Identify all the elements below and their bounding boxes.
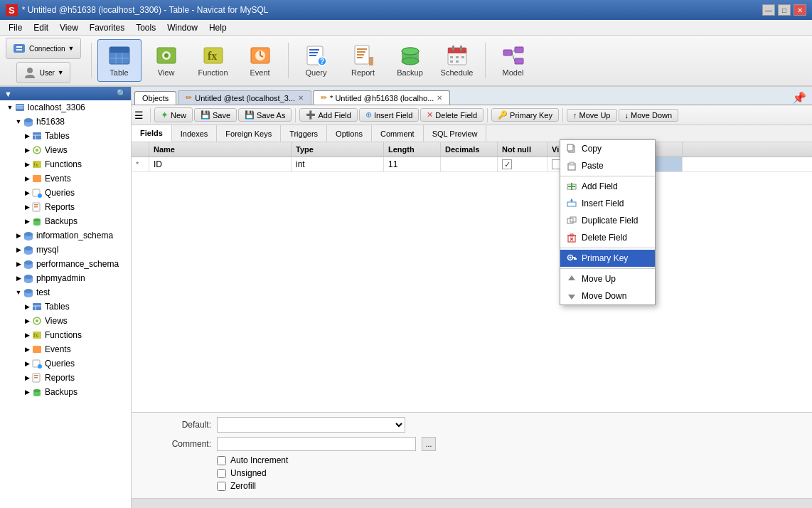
comment-input[interactable]	[217, 437, 416, 451]
row-name-cell[interactable]: ID	[149, 157, 292, 171]
ctx-delete-field[interactable]: Delete Field	[560, 229, 655, 246]
tab-untitled-test[interactable]: ✏ Untitled @test (localhost_3... ✕	[178, 90, 311, 105]
sidebar-search-icon[interactable]: 🔍	[117, 89, 127, 98]
delete-field-button[interactable]: ✕ Delete Field	[420, 108, 484, 122]
minimize-button[interactable]: —	[762, 4, 775, 16]
toolbar-report-button[interactable]: Report	[341, 39, 385, 82]
ctx-copy[interactable]: Copy	[560, 140, 655, 157]
sidebar-item-test-backups[interactable]: ▶ Backups	[0, 385, 131, 399]
sidebar-item-h51638-tables[interactable]: ▶ Tables	[0, 129, 131, 143]
sidebar-item-h51638-backups[interactable]: ▶ Backups	[0, 214, 131, 228]
row-notnull-cell[interactable]	[498, 157, 547, 171]
ctx-copy-label: Copy	[582, 144, 602, 154]
ctx-primary-key[interactable]: Primary Key	[560, 250, 655, 267]
menu-edit[interactable]: Edit	[28, 21, 54, 34]
sidebar-item-performance-schema[interactable]: ▶ performance_schema	[0, 257, 131, 271]
new-button[interactable]: ✦ New	[154, 107, 193, 122]
toolbar-table-button[interactable]: Table	[97, 39, 141, 82]
move-down-button[interactable]: ↓ Move Down	[619, 109, 679, 122]
unsigned-checkbox[interactable]	[217, 469, 226, 478]
hamburger-icon[interactable]: ☰	[134, 110, 144, 121]
sidebar-item-test-reports[interactable]: ▶ Reports	[0, 371, 131, 385]
save-as-button[interactable]: 💾 Save As	[238, 108, 292, 122]
user-button[interactable]: User ▼	[16, 62, 70, 83]
toolbar-schedule-button[interactable]: Schedule	[435, 39, 479, 82]
row-type-cell[interactable]: int	[292, 157, 384, 171]
sub-tab-sql-preview[interactable]: SQL Preview	[424, 125, 487, 142]
sidebar-item-mysql[interactable]: ▶ mysql	[0, 243, 131, 257]
sidebar-item-h51638-functions[interactable]: ▶ fx Functions	[0, 157, 131, 171]
toolbar-model-button[interactable]: Model	[491, 39, 535, 82]
save-button[interactable]: 💾 Save	[194, 108, 237, 122]
svg-rect-21	[309, 55, 316, 56]
sidebar-item-information-schema[interactable]: ▶ information_schema	[0, 228, 131, 243]
ctx-duplicate-field[interactable]: Duplicate Field	[560, 212, 655, 229]
move-up-label: Move Up	[579, 111, 610, 120]
sub-tab-options[interactable]: Options	[327, 125, 372, 142]
sidebar-item-h51638-events[interactable]: ▶ Events	[0, 171, 131, 186]
primary-key-action-button[interactable]: 🔑 Primary Key	[491, 108, 559, 122]
sidebar-item-h51638-views[interactable]: ▶ Views	[0, 143, 131, 157]
menu-view[interactable]: View	[54, 21, 84, 34]
default-select[interactable]	[217, 417, 405, 433]
action-sep-3	[562, 108, 563, 122]
ctx-move-down-label: Move Down	[582, 291, 626, 301]
sub-tab-indexes[interactable]: Indexes	[172, 125, 218, 142]
ctx-move-up[interactable]: Move Up	[560, 270, 655, 287]
menu-file[interactable]: File	[3, 21, 28, 34]
sub-tab-triggers[interactable]: Triggers	[281, 125, 327, 142]
sidebar-item-test-functions[interactable]: ▶ fx Functions	[0, 328, 131, 342]
sidebar-item-localhost[interactable]: ▼ localhost_3306	[0, 100, 131, 115]
svg-rect-96	[34, 375, 38, 376]
ctx-paste[interactable]: Paste	[560, 157, 655, 174]
menu-tools[interactable]: Tools	[130, 21, 161, 34]
sidebar-item-test-events[interactable]: ▶ Events	[0, 342, 131, 356]
toolbar-event-button[interactable]: Event	[238, 39, 282, 82]
ctx-move-down[interactable]: Move Down	[560, 287, 655, 305]
delete-field-icon: ✕	[427, 110, 433, 120]
sub-tab-foreign-keys[interactable]: Foreign Keys	[217, 125, 281, 142]
sidebar-item-h51638[interactable]: ▼ h51638	[0, 115, 131, 129]
h-scrollbar[interactable]	[132, 498, 812, 508]
sidebar-item-test-tables[interactable]: ▶ Tables	[0, 300, 131, 314]
toolbar-function-button[interactable]: fx Function	[191, 39, 235, 82]
server-icon	[14, 102, 26, 113]
sidebar-item-phpmyadmin[interactable]: ▶ phpmyadmin	[0, 271, 131, 285]
zerofill-checkbox[interactable]	[217, 482, 226, 491]
sidebar-item-test[interactable]: ▼ test	[0, 285, 131, 300]
toolbar-view-button[interactable]: View	[144, 39, 188, 82]
menu-help[interactable]: Help	[203, 21, 233, 34]
row-length-cell[interactable]: 11	[384, 157, 441, 171]
toolbar-backup-button[interactable]: Backup	[388, 39, 432, 82]
insert-field-button[interactable]: ⊕ Insert Field	[359, 108, 419, 122]
menu-window[interactable]: Window	[161, 21, 203, 34]
ctx-sep-1	[560, 176, 655, 176]
close-button[interactable]: ✕	[794, 4, 806, 16]
sidebar-item-test-queries[interactable]: ▶ Queries	[0, 356, 131, 371]
comment-browse-btn[interactable]: ...	[422, 437, 436, 451]
sub-tab-comment[interactable]: Comment	[372, 125, 424, 142]
connection-button[interactable]: Connection ▼	[6, 38, 81, 59]
sidebar-item-h51638-reports[interactable]: ▶ Reports	[0, 200, 131, 214]
auto-increment-checkbox[interactable]	[217, 456, 226, 465]
tab-untitled-h51638[interactable]: ✏ * Untitled @h51638 (localho... ✕	[313, 90, 450, 105]
add-field-button[interactable]: ➕ Add Field	[299, 108, 357, 122]
sidebar-item-test-views[interactable]: ▶ Views	[0, 314, 131, 328]
menu-favorites[interactable]: Favorites	[84, 21, 130, 34]
tab-objects[interactable]: Objects	[134, 91, 176, 105]
tab-pin-icon[interactable]: 📌	[792, 91, 806, 105]
maximize-button[interactable]: □	[778, 4, 791, 16]
table-row[interactable]: * ID int 11	[132, 157, 812, 172]
action-sep-0	[150, 108, 151, 122]
tab-close-2[interactable]: ✕	[437, 94, 442, 102]
ctx-add-field[interactable]: Add Field	[560, 178, 655, 195]
sidebar-item-h51638-queries[interactable]: ▶ Queries	[0, 186, 131, 200]
ctx-insert-field[interactable]: Insert Field	[560, 195, 655, 212]
move-up-button[interactable]: ↑ Move Up	[567, 109, 617, 122]
h51638-label: h51638	[36, 117, 65, 127]
toolbar-query-button[interactable]: ? Query	[294, 39, 338, 82]
tab-close-1[interactable]: ✕	[298, 94, 304, 102]
notnull-checkbox[interactable]	[502, 159, 512, 169]
row-decimals-cell[interactable]	[441, 157, 498, 171]
sub-tab-fields[interactable]: Fields	[132, 125, 172, 142]
